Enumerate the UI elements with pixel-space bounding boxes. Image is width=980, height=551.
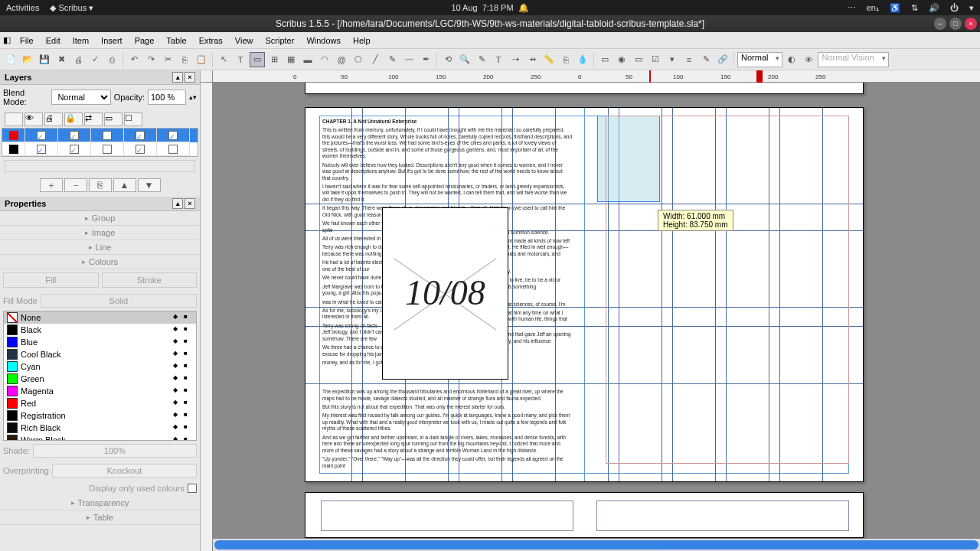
menu-insert[interactable]: Insert <box>95 34 129 47</box>
prop-image[interactable]: Image <box>0 226 200 240</box>
link-frames-icon[interactable]: ⇢ <box>508 52 523 67</box>
spiral-icon[interactable]: @ <box>334 52 349 67</box>
calligraphy-icon[interactable]: ✒ <box>418 52 433 67</box>
rotate-icon[interactable]: ⟲ <box>440 52 456 67</box>
color-item[interactable]: Black◆■ <box>4 324 196 336</box>
color-list[interactable]: None◆■Black◆■Blue◆■Cool Black◆■Cyan◆■Gre… <box>3 311 197 441</box>
copy-icon[interactable]: ⎘ <box>177 52 192 67</box>
table-icon[interactable]: ▦ <box>283 52 299 67</box>
preview-mode-select[interactable]: Normal <box>737 52 782 67</box>
color-item[interactable]: Blue◆■ <box>4 336 196 348</box>
pdf-icon[interactable]: ⎙ <box>104 52 119 67</box>
layer-row[interactable] <box>2 142 198 156</box>
line-icon[interactable]: ╱ <box>368 52 383 67</box>
pdf-annot-icon[interactable]: ✎ <box>698 52 714 67</box>
opacity-input[interactable] <box>148 90 186 105</box>
pdf-radio-icon[interactable]: ◉ <box>614 52 629 67</box>
pdf-link-icon[interactable]: 🔗 <box>715 52 730 67</box>
app-menu[interactable]: ◆ Scribus ▾ <box>50 3 93 13</box>
tray-icon[interactable]: ⋯ <box>848 3 856 13</box>
copy-props-icon[interactable]: ⎘ <box>558 52 573 67</box>
layers-shade-icon[interactable]: ▴ <box>172 72 183 83</box>
menu-item[interactable]: Item <box>67 34 95 47</box>
unlink-frames-icon[interactable]: ⇸ <box>524 52 540 67</box>
select-icon[interactable]: ↖ <box>216 52 231 67</box>
horizontal-scrollbar[interactable] <box>213 539 980 551</box>
prop-group[interactable]: Group <box>0 211 200 226</box>
fill-tab[interactable]: Fill <box>3 272 99 288</box>
paste-icon[interactable]: 📋 <box>194 52 209 67</box>
shape-icon[interactable]: ▬ <box>300 52 315 67</box>
stroke-tab[interactable]: Stroke <box>102 272 198 288</box>
fillmode-select[interactable]: Solid <box>41 294 197 308</box>
layer-down-icon[interactable]: ▼ <box>138 178 161 192</box>
undo-icon[interactable]: ↶ <box>126 52 142 67</box>
volume-icon[interactable]: 🔊 <box>929 3 939 13</box>
props-close-icon[interactable]: × <box>185 198 195 209</box>
color-item[interactable]: Red◆■ <box>4 397 196 409</box>
preview-icon[interactable]: 👁 <box>801 52 816 67</box>
shade-value[interactable]: 100% <box>33 444 197 458</box>
text-frame-icon[interactable]: T <box>233 52 248 67</box>
blend-mode-select[interactable]: Normal <box>51 90 110 105</box>
menu-extras[interactable]: Extras <box>193 34 229 47</box>
ruler-origin[interactable] <box>201 70 213 83</box>
display-only-check[interactable] <box>188 484 197 493</box>
image-frame-icon[interactable]: ▭ <box>250 52 265 67</box>
zoom-icon[interactable]: 🔍 <box>457 52 472 67</box>
activities-button[interactable]: Activities <box>6 3 39 12</box>
arc-icon[interactable]: ◠ <box>317 52 332 67</box>
color-item[interactable]: Magenta◆■ <box>4 385 196 397</box>
menu-page[interactable]: Page <box>129 34 161 47</box>
prop-colours[interactable]: Colours <box>0 255 200 269</box>
color-item[interactable]: Cool Black◆■ <box>4 348 196 360</box>
layer-add-icon[interactable]: ＋ <box>40 178 63 192</box>
toggle-cms-icon[interactable]: ◐ <box>784 52 799 67</box>
cut-icon[interactable]: ✂ <box>160 52 175 67</box>
menu-table[interactable]: Table <box>160 34 192 47</box>
layer-up-icon[interactable]: ▲ <box>113 178 136 192</box>
ruler-horizontal[interactable]: 050100150200250050100150200250 <box>213 70 980 83</box>
layer-remove-icon[interactable]: － <box>64 178 87 192</box>
edit-text-icon[interactable]: T <box>491 52 506 67</box>
props-shade-icon[interactable]: ▴ <box>172 198 183 209</box>
color-item[interactable]: Green◆■ <box>4 373 196 385</box>
a11y-icon[interactable]: ♿ <box>890 3 900 13</box>
caret-icon[interactable]: ▾ <box>969 3 974 13</box>
new-icon[interactable]: 📄 <box>3 52 18 67</box>
lang-indicator[interactable]: en₁ <box>867 3 879 13</box>
preflight-icon[interactable]: ✓ <box>87 52 103 67</box>
freehand-icon[interactable]: 〰 <box>401 52 416 67</box>
eyedropper-icon[interactable]: 💧 <box>575 52 590 67</box>
menu-scripter[interactable]: Scripter <box>259 34 300 47</box>
color-item[interactable]: Registration◆■ <box>4 409 196 422</box>
open-icon[interactable]: 📂 <box>20 52 35 67</box>
workspace[interactable]: CHAPTER 1. A Not Unnatural Enterprise Th… <box>213 83 980 539</box>
ruler-vertical[interactable] <box>201 83 213 551</box>
color-item[interactable]: Rich Black◆■ <box>4 422 196 434</box>
layer-row[interactable] <box>2 129 198 142</box>
pdf-push-icon[interactable]: ▭ <box>597 52 612 67</box>
polygon-icon[interactable]: ⬠ <box>351 52 366 67</box>
pdf-list-icon[interactable]: ≡ <box>681 52 697 67</box>
network-icon[interactable]: ⇅ <box>911 3 918 13</box>
close-doc-icon[interactable]: ✖ <box>54 52 69 67</box>
close-button[interactable]: × <box>965 18 977 30</box>
minimize-button[interactable]: – <box>934 18 946 30</box>
menu-file[interactable]: File <box>14 34 40 47</box>
power-icon[interactable]: ⏻ <box>950 3 959 12</box>
color-item[interactable]: None◆■ <box>4 311 196 324</box>
print-icon[interactable]: 🖨 <box>70 52 86 67</box>
prop-table[interactable]: Table <box>0 510 200 525</box>
color-item[interactable]: Cyan◆■ <box>4 360 196 373</box>
prop-line[interactable]: Line <box>0 240 200 255</box>
menu-help[interactable]: Help <box>347 34 377 47</box>
menu-windows[interactable]: Windows <box>300 34 347 47</box>
color-item[interactable]: Warm Black◆■ <box>4 434 196 441</box>
edit-contents-icon[interactable]: ✎ <box>474 52 489 67</box>
menu-edit[interactable]: Edit <box>40 34 67 47</box>
menu-view[interactable]: View <box>229 34 260 47</box>
render-frame-icon[interactable]: ⊞ <box>266 52 282 67</box>
layer-slider[interactable] <box>5 160 195 172</box>
bezier-icon[interactable]: ✎ <box>384 52 400 67</box>
